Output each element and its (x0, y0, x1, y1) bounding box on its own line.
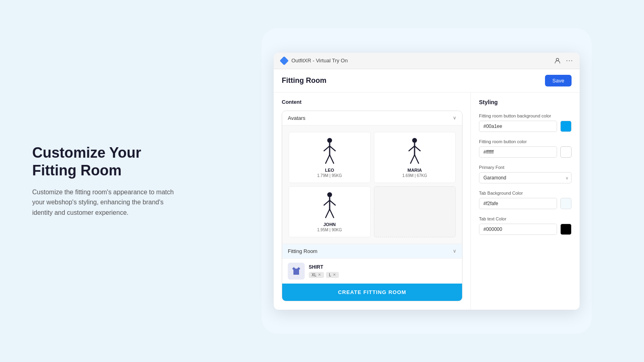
svg-line-9 (409, 146, 415, 151)
page-title: Fitting Room (282, 76, 326, 85)
avatar-grid: LEO 1.79M | 95KG (282, 125, 462, 244)
svg-line-17 (326, 209, 330, 218)
svg-line-16 (330, 200, 335, 205)
svg-point-1 (327, 138, 332, 143)
avatars-label: Avatars (288, 115, 305, 121)
john-name: JOHN (323, 222, 336, 227)
svg-line-3 (324, 146, 330, 151)
avatars-chevron-icon: ∨ (453, 115, 456, 121)
field-tab-text-color-label: Tab text Color (479, 216, 572, 221)
primary-font-select-wrapper: Garamond Arial Helvetica Georgia Times N… (479, 172, 572, 183)
field-button-bg-color-label: Fitting room button background color (479, 113, 572, 118)
primary-font-select[interactable]: Garamond Arial Helvetica Georgia Times N… (479, 172, 572, 183)
button-color-input[interactable] (479, 146, 557, 158)
content-section-label: Content (282, 99, 462, 105)
shirt-info: SHIRT XL ✕ L ✕ (309, 264, 456, 278)
app-name: OutfitXR - Virtual Try On (291, 58, 348, 64)
page-description: Customize the fitting room's appearance … (32, 187, 185, 218)
leo-figure-icon (321, 137, 339, 165)
field-button-bg-color-row (479, 121, 572, 132)
create-fitting-room-button[interactable]: CREATE FITTING ROOM (282, 284, 462, 301)
field-button-bg-color: Fitting room button background color (479, 113, 572, 132)
fitting-room-chevron-icon: ∨ (453, 248, 456, 254)
button-bg-color-swatch[interactable] (560, 121, 572, 132)
styling-panel: Styling Fitting room button background c… (471, 93, 580, 310)
field-primary-font-label: Primary Font (479, 165, 572, 170)
user-icon[interactable] (554, 57, 561, 64)
field-primary-font: Primary Font Garamond Arial Helvetica Ge… (479, 165, 572, 183)
page-heading: Customize Your Fitting Room (32, 144, 185, 179)
maria-figure-icon (406, 137, 423, 165)
title-bar-right: ··· (554, 57, 573, 64)
svg-line-6 (330, 155, 334, 163)
content-panel: Content Avatars ∨ (274, 93, 471, 310)
card-background: OutfitXR - Virtual Try On ··· Fitting Ro… (262, 28, 592, 334)
size-tags: XL ✕ L ✕ (309, 272, 456, 278)
size-tag-xl[interactable]: XL ✕ (309, 272, 324, 278)
button-bg-color-input[interactable] (479, 121, 557, 132)
fitting-room-section: Fitting Room ∨ SHIRT (282, 244, 462, 284)
field-tab-bg-color-label: Tab Background Color (479, 191, 572, 195)
svg-point-13 (327, 192, 332, 197)
svg-line-15 (324, 200, 330, 205)
widget-container: Avatars ∨ (282, 111, 462, 301)
main-content: Content Avatars ∨ (274, 93, 580, 310)
logo-diamond-icon (280, 56, 289, 65)
app-logo (280, 57, 288, 65)
fitting-room-section-header[interactable]: Fitting Room ∨ (282, 244, 462, 259)
tab-text-color-input[interactable] (479, 224, 557, 235)
app-window: OutfitXR - Virtual Try On ··· Fitting Ro… (274, 53, 580, 310)
more-icon[interactable]: ··· (566, 57, 573, 64)
avatar-empty-slot (374, 186, 456, 237)
avatar-john[interactable]: JOHN 1.95M | 90KG (289, 186, 371, 237)
maria-stats: 1.69M | 67KG (402, 173, 427, 178)
title-bar: OutfitXR - Virtual Try On ··· (274, 53, 580, 69)
right-panel: OutfitXR - Virtual Try On ··· Fitting Ro… (209, 12, 644, 350)
remove-l-icon[interactable]: ✕ (333, 273, 336, 277)
john-figure-icon (321, 191, 339, 220)
field-tab-text-color-row (479, 224, 572, 235)
field-tab-text-color: Tab text Color (479, 216, 572, 235)
left-panel: Customize Your Fitting Room Customize th… (0, 120, 209, 242)
svg-point-7 (412, 138, 417, 143)
maria-name: MARIA (407, 168, 422, 173)
page-header: Fitting Room Save (274, 69, 580, 93)
field-tab-bg-color: Tab Background Color (479, 191, 572, 209)
button-color-swatch[interactable] (560, 146, 572, 158)
svg-line-18 (330, 209, 334, 218)
field-tab-bg-color-row (479, 198, 572, 209)
save-button[interactable]: Save (545, 75, 572, 86)
title-bar-left: OutfitXR - Virtual Try On (280, 57, 348, 65)
size-tag-l[interactable]: L ✕ (326, 272, 339, 278)
shirt-row: SHIRT XL ✕ L ✕ (282, 259, 462, 284)
avatar-leo[interactable]: LEO 1.79M | 95KG (289, 132, 371, 183)
tab-bg-color-swatch[interactable] (560, 198, 572, 209)
avatar-maria[interactable]: MARIA 1.69M | 67KG (374, 132, 456, 183)
tab-bg-color-input[interactable] (479, 198, 557, 209)
field-button-color-label: Fitting room button color (479, 139, 572, 144)
tab-text-color-swatch[interactable] (560, 224, 572, 235)
fitting-room-label: Fitting Room (288, 248, 318, 254)
shirt-name: SHIRT (309, 264, 456, 270)
svg-line-12 (415, 155, 419, 163)
svg-line-5 (326, 155, 330, 163)
svg-line-4 (330, 146, 335, 151)
svg-line-10 (415, 146, 420, 151)
avatars-section-header[interactable]: Avatars ∨ (282, 111, 462, 125)
john-stats: 1.95M | 90KG (317, 228, 342, 232)
remove-xl-icon[interactable]: ✕ (318, 273, 321, 277)
leo-stats: 1.79M | 95KG (317, 173, 342, 178)
field-button-color-row (479, 146, 572, 158)
svg-line-11 (411, 155, 415, 163)
leo-name: LEO (325, 168, 334, 173)
field-primary-font-row: Garamond Arial Helvetica Georgia Times N… (479, 172, 572, 183)
shirt-icon (288, 263, 305, 280)
svg-point-0 (556, 58, 559, 61)
field-button-color: Fitting room button color (479, 139, 572, 158)
styling-title: Styling (479, 99, 572, 105)
